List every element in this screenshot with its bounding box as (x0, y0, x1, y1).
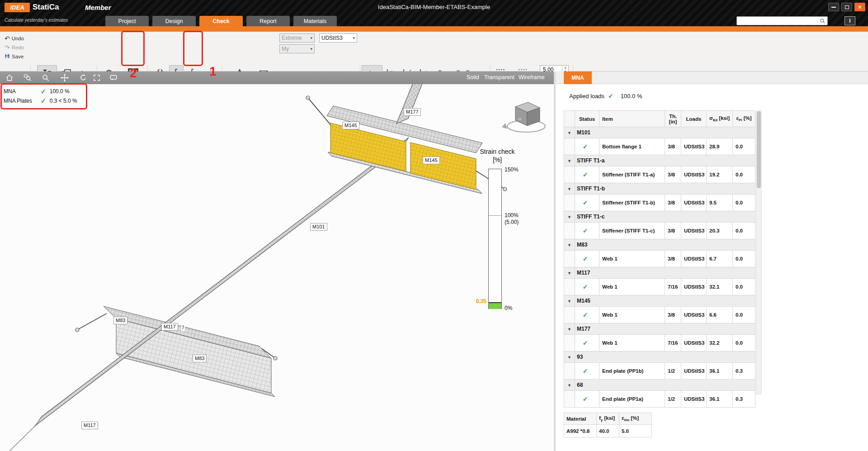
member-label: M83 (193, 355, 207, 362)
table-scrollbar[interactable] (756, 110, 762, 394)
status-value: 100.0 % (50, 88, 70, 95)
table-group-row[interactable]: ▼M145 (564, 295, 755, 307)
group-name: 93 (575, 351, 755, 363)
results-panel: MNA Applied loads ✓ 100.0 % Status Item … (556, 71, 868, 451)
table-row[interactable]: ✓Stiffener (STIFF T1-b)3/8UDStIS39.50.0 (564, 195, 755, 211)
table-row[interactable]: ✓Stiffener (STIFF T1-c)3/8UDStIS320.30.0 (564, 223, 755, 239)
member-label: M117 (81, 422, 98, 429)
refresh-icon[interactable] (78, 73, 88, 82)
check-icon: ✓ (583, 227, 588, 234)
zoom-icon[interactable] (41, 73, 51, 82)
applied-loads-row: Applied loads ✓ 100.0 % (569, 92, 642, 100)
table-group-row[interactable]: ▼68 (564, 380, 755, 391)
search-icon[interactable] (820, 18, 827, 24)
material-row[interactable]: A992 *0.8 40.0 5.0 (564, 425, 652, 437)
collapse-icon[interactable]: ▼ (564, 383, 571, 388)
table-row[interactable]: ✓Bottom flange 13/8UDStIS328.90.0 (564, 138, 755, 155)
material-column-header: Material (564, 413, 597, 425)
maximize-icon (845, 5, 849, 9)
analysis-status-overlay: MNA ✓ 100.0 % MNA Plates ✓ 0.3 < 5.0 % (4, 86, 77, 105)
table-row[interactable]: ✓Web 17/16UDStIS332.10.0 (564, 279, 755, 295)
table-row[interactable]: ✓Web 17/16UDStIS332.20.0 (564, 335, 755, 351)
status-name: MNA Plates (4, 98, 41, 104)
table-group-row[interactable]: ▼M101 (564, 127, 755, 138)
table-row[interactable]: ✓Stiffener (STIFF T1-a)3/8UDStIS319.20.0 (564, 166, 755, 183)
sigma-cell: 9.5 (707, 195, 733, 211)
collapse-icon[interactable]: ▼ (564, 243, 571, 247)
table-group-row[interactable]: ▼STIFF T1-a (564, 155, 755, 166)
view-mode-transparent[interactable]: Transparent (484, 74, 514, 81)
loads-cell: UDStIS3 (681, 363, 707, 380)
view-cube[interactable]: xy (502, 102, 545, 132)
collapse-icon[interactable]: ▼ (564, 271, 571, 275)
member-label: M145 (342, 122, 359, 129)
table-group-row[interactable]: ▼M117 (564, 267, 755, 279)
status-name: MNA (4, 88, 41, 95)
table-group-row[interactable]: ▼STIFF T1-c (564, 211, 755, 223)
table-group-row[interactable]: ▼M177 (564, 323, 755, 335)
search-box (736, 16, 828, 25)
maximize-button[interactable] (841, 3, 852, 11)
check-icon: ✓ (583, 367, 588, 375)
minimize-button[interactable] (828, 3, 839, 11)
tab-report[interactable]: Report (246, 16, 290, 26)
table-group-row[interactable]: ▼STIFF T1-b (564, 183, 755, 195)
fit-view-icon[interactable] (92, 73, 102, 82)
my-dropdown[interactable]: My▾ (279, 44, 315, 53)
tab-materials[interactable]: Materials (293, 16, 337, 26)
check-icon: ✓ (608, 92, 613, 100)
viewport-3d[interactable]: xy M177 M145 M145 M101 M117 M83 M83 M117… (0, 84, 554, 451)
collapse-icon[interactable]: ▼ (564, 327, 571, 332)
eps-cell: 0.0 (733, 251, 755, 267)
view-mode-wireframe[interactable]: Wireframe (519, 74, 545, 81)
eps-column-header: εPl [%] (733, 111, 755, 127)
load-case-dropdown[interactable]: UDStIS3▾ (319, 33, 357, 43)
collapse-icon[interactable]: ▼ (564, 187, 571, 191)
check-icon: ✓ (583, 171, 588, 178)
tab-label: Check (212, 18, 230, 24)
home-icon[interactable] (5, 73, 14, 82)
scrollbar-thumb[interactable] (757, 111, 761, 188)
eps-cell: 0.0 (733, 138, 755, 155)
spinner-up-icon[interactable]: ▲ (562, 66, 568, 70)
collapse-icon[interactable]: ▼ (564, 159, 571, 163)
redo-button[interactable]: ↷Redo (3, 43, 26, 52)
sigma-cell: 20.3 (707, 223, 733, 239)
pan-icon[interactable] (60, 73, 70, 82)
zoom-window-icon[interactable] (23, 73, 33, 82)
loads-cell: UDStIS3 (681, 251, 707, 267)
collapse-icon[interactable]: ▼ (564, 215, 571, 219)
tab-label: Report (259, 18, 277, 24)
extreme-dropdown[interactable]: Extreme▾ (279, 33, 315, 43)
model-3d-scene[interactable]: xy (0, 84, 554, 451)
info-icon: i (849, 18, 850, 24)
material-fy-cell: 40.0 (597, 425, 619, 437)
label-bubble-icon[interactable] (108, 73, 118, 82)
collapse-icon[interactable]: ▼ (564, 355, 571, 360)
member-label: M83 (113, 317, 127, 324)
table-row[interactable]: ✓Web 13/8UDStIS36.70.0 (564, 251, 755, 267)
th-cell: 3/8 (665, 307, 681, 323)
collapse-icon[interactable]: ▼ (564, 299, 571, 304)
panel-tab-strip: MNA (556, 71, 868, 84)
view-mode-solid[interactable]: Solid (467, 74, 479, 81)
tab-check[interactable]: Check (199, 16, 243, 26)
table-row[interactable]: ✓End plate (PP1a)1/2UDStIS336.10.3 (564, 391, 755, 408)
undo-button[interactable]: ↶Undo (3, 34, 26, 43)
table-row[interactable]: ✓End plate (PP1b)1/2UDStIS336.10.3 (564, 363, 755, 380)
table-group-row[interactable]: ▼93 (564, 351, 755, 363)
check-icon: ✓ (583, 255, 588, 262)
save-button[interactable]: Save (3, 52, 25, 61)
info-button[interactable]: i (844, 16, 855, 25)
item-column-header: Item (599, 111, 665, 127)
search-input[interactable] (737, 18, 820, 24)
legend-title-line2: [%] (470, 156, 524, 164)
tab-project[interactable]: Project (105, 16, 149, 26)
table-group-row[interactable]: ▼M83 (564, 239, 755, 251)
th-cell: 1/2 (665, 391, 681, 408)
collapse-icon[interactable]: ▼ (564, 131, 571, 135)
tab-mna-results[interactable]: MNA (564, 71, 592, 84)
tab-design[interactable]: Design (152, 16, 196, 26)
table-row[interactable]: ✓Web 13/8UDStIS36.60.0 (564, 307, 755, 323)
close-button[interactable]: × (854, 3, 865, 11)
